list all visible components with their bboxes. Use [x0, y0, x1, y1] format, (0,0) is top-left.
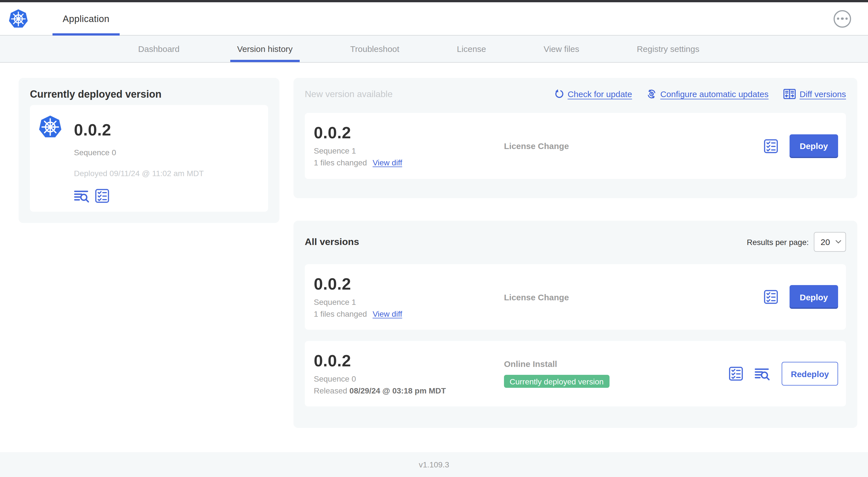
ellipsis-icon: [845, 18, 848, 20]
admin-console-footer: v1.109.3: [0, 452, 868, 477]
all-versions-header: All versions Results per page: 20: [305, 232, 846, 252]
deploy-button[interactable]: Deploy: [789, 285, 838, 309]
tab-troubleshoot[interactable]: Troubleshoot: [343, 35, 406, 62]
app-header: Application: [0, 2, 868, 35]
version-number: 0.0.2: [314, 276, 504, 292]
tab-label: Dashboard: [138, 44, 180, 54]
deploy-logs-button[interactable]: [74, 188, 90, 203]
all-versions-panel: All versions Results per page: 20: [293, 221, 857, 428]
version-source: Online Install Currently deployed versio…: [504, 360, 722, 388]
tab-license[interactable]: License: [450, 35, 493, 62]
preflight-checklist-icon: [764, 290, 778, 304]
files-changed-row: 1 files changed View diff: [314, 309, 504, 318]
version-source-label: Online Install: [504, 360, 722, 368]
kubernetes-app-icon: [38, 115, 63, 140]
version-source: License Change: [504, 293, 757, 301]
ellipsis-icon: [841, 18, 844, 20]
version-actions: Deploy: [764, 134, 838, 158]
more-menu-button[interactable]: [834, 10, 851, 27]
currently-deployed-title: Currently deployed version: [30, 89, 268, 99]
files-changed-row: 1 files changed View diff: [314, 159, 504, 167]
active-tab-indicator: [230, 60, 300, 62]
version-source: License Change: [504, 142, 757, 150]
version-history-content: Currently deployed version 0.0.2 Sequenc…: [0, 63, 868, 452]
configure-automatic-updates-label: Configure automatic updates: [660, 89, 769, 99]
files-changed-text: 1 files changed: [314, 309, 367, 318]
deploy-button[interactable]: Deploy: [789, 134, 838, 158]
deployed-sequence: Sequence 0: [74, 148, 204, 156]
version-info: 0.0.2 Sequence 1 1 files changed View di…: [314, 125, 504, 167]
application-tab[interactable]: Application: [53, 2, 120, 35]
version-sequence: Sequence 1: [314, 298, 504, 306]
deployed-version-actions: [74, 188, 204, 203]
released-prefix: Released: [314, 386, 347, 395]
preflight-results-button[interactable]: [764, 139, 778, 153]
redeploy-button[interactable]: Redeploy: [782, 362, 838, 386]
tab-label: Version history: [237, 44, 292, 54]
released-timestamp: Released08/29/24 @ 03:18 pm MDT: [314, 386, 504, 395]
results-per-page: Results per page: 20: [747, 232, 846, 252]
new-version-card: 0.0.2 Sequence 1 1 files changed View di…: [305, 113, 846, 179]
tab-version-history[interactable]: Version history: [230, 35, 300, 62]
version-sequence: Sequence 0: [314, 375, 504, 383]
preflight-checklist-icon: [728, 366, 743, 381]
view-diff-link[interactable]: View diff: [372, 309, 402, 318]
results-per-page-select[interactable]: 20: [814, 232, 846, 252]
tab-view-files[interactable]: View files: [537, 35, 586, 62]
version-number: 0.0.2: [314, 353, 504, 369]
app-subnav: Dashboard Version history Troubleshoot L…: [0, 35, 868, 63]
scheduled-update-icon: [647, 89, 656, 99]
ellipsis-icon: [837, 18, 839, 20]
tab-label: Registry settings: [637, 44, 700, 54]
update-actions: Check for update Configure automatic upd…: [554, 89, 846, 99]
deployed-timestamp: Deployed 09/11/24 @ 11:02 am MDT: [74, 169, 204, 177]
currently-deployed-panel: Currently deployed version 0.0.2 Sequenc…: [19, 78, 279, 223]
tab-label: Troubleshoot: [350, 44, 399, 54]
results-per-page-label: Results per page:: [747, 237, 809, 246]
tab-dashboard[interactable]: Dashboard: [131, 35, 187, 62]
files-changed-text: 1 files changed: [314, 159, 367, 167]
version-info: 0.0.2 Sequence 0 Released08/29/24 @ 03:1…: [314, 353, 504, 395]
right-column: New version available Check for update C…: [293, 78, 857, 428]
console-version: v1.109.3: [419, 460, 449, 469]
preflight-results-button[interactable]: [728, 366, 743, 381]
tab-registry-settings[interactable]: Registry settings: [630, 35, 706, 62]
view-diff-link[interactable]: View diff: [372, 159, 402, 167]
currently-deployed-card: 0.0.2 Sequence 0 Deployed 09/11/24 @ 11:…: [30, 105, 268, 212]
diff-versions-link[interactable]: Diff versions: [783, 89, 846, 99]
preflight-results-button[interactable]: [764, 290, 778, 304]
tab-label: License: [457, 44, 486, 54]
preflight-results-button[interactable]: [95, 188, 110, 203]
tab-label: View files: [544, 44, 579, 54]
configure-automatic-updates-link[interactable]: Configure automatic updates: [647, 89, 769, 99]
kubernetes-logo-icon: [8, 8, 29, 29]
version-number: 0.0.2: [314, 125, 504, 141]
check-for-update-link[interactable]: Check for update: [554, 89, 632, 99]
deploy-logs-icon: [74, 188, 90, 203]
application-tab-label: Application: [63, 13, 110, 24]
version-row: 0.0.2 Sequence 0 Released08/29/24 @ 03:1…: [305, 341, 846, 407]
deployed-version-number: 0.0.2: [74, 122, 204, 138]
all-versions-title: All versions: [305, 236, 359, 247]
deployed-version-details: 0.0.2 Sequence 0 Deployed 09/11/24 @ 11:…: [74, 115, 204, 212]
window-top-border: [0, 0, 868, 2]
version-actions: Deploy: [764, 285, 838, 309]
app-logo: [8, 2, 29, 35]
check-for-update-label: Check for update: [567, 89, 632, 99]
refresh-icon: [554, 89, 563, 99]
deploy-logs-button[interactable]: [754, 366, 770, 381]
results-per-page-select-wrap: 20: [814, 232, 846, 252]
new-version-title: New version available: [305, 89, 393, 99]
preflight-checklist-icon: [764, 139, 778, 153]
currently-deployed-badge: Currently deployed version: [504, 375, 609, 388]
header-spacer: [120, 2, 834, 35]
version-info: 0.0.2 Sequence 1 1 files changed View di…: [314, 276, 504, 318]
version-row: 0.0.2 Sequence 1 1 files changed View di…: [305, 264, 846, 330]
version-sequence: Sequence 1: [314, 147, 504, 155]
new-version-panel: New version available Check for update C…: [293, 78, 857, 198]
preflight-checklist-icon: [95, 188, 110, 203]
released-date: 08/29/24 @ 03:18 pm MDT: [349, 386, 446, 395]
version-actions: Redeploy: [728, 362, 838, 386]
version-source-label: License Change: [504, 142, 757, 150]
version-source-label: License Change: [504, 293, 757, 301]
